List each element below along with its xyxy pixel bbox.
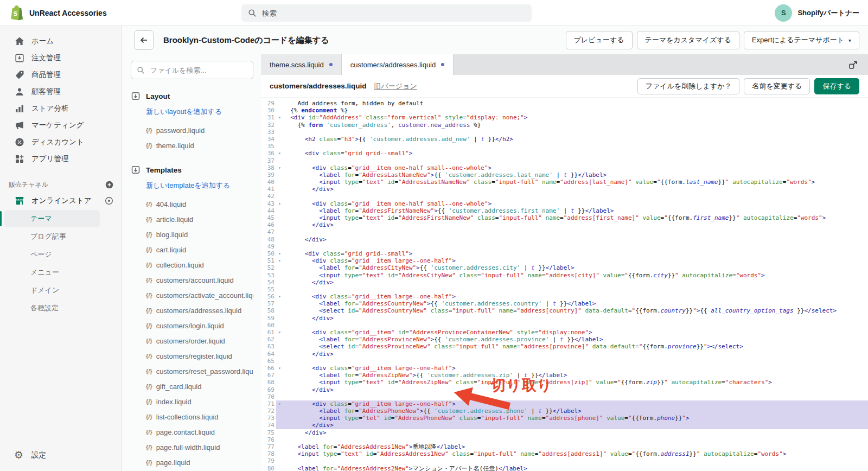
- folder-section-layout[interactable]: Layout: [131, 91, 253, 101]
- user-menu[interactable]: S Shopifyパートナー: [775, 4, 859, 22]
- old-version-link[interactable]: 旧バージョン: [374, 81, 417, 91]
- code-line[interactable]: 34 <h2 class="h3">{{ 'customer.addresses…: [261, 136, 868, 143]
- code-line[interactable]: 31▾ <div id="AddAddress" class="form-ver…: [261, 114, 868, 121]
- code-line[interactable]: 38▾ <div class="grid__item one-half smal…: [261, 164, 868, 171]
- code-line[interactable]: 40 <input type="text" id="AddressLastNam…: [261, 179, 868, 186]
- sidebar-item-orders[interactable]: 注文管理: [0, 49, 122, 66]
- file-item[interactable]: {/}customers/addresses.liquid: [131, 303, 253, 318]
- fold-caret-icon[interactable]: ▾: [276, 150, 283, 157]
- code-line[interactable]: 53 <input type="text" id="AddressCityNew…: [261, 272, 868, 279]
- fold-caret-icon[interactable]: ▾: [276, 200, 283, 207]
- code-line[interactable]: 57 <label for="AddressCountryNew">{{ 'cu…: [261, 300, 868, 307]
- code-line[interactable]: 55: [261, 286, 868, 293]
- file-item[interactable]: {/}customers/activate_account.liquid: [131, 288, 253, 303]
- code-line[interactable]: 37: [261, 157, 868, 164]
- code-line[interactable]: 60: [261, 322, 868, 329]
- code-line[interactable]: 51▾ <div class="grid__item large--one-ha…: [261, 257, 868, 264]
- sidebar-item-discounts[interactable]: ディスカウント: [0, 133, 122, 150]
- sidebar-item-home[interactable]: ホーム: [0, 33, 122, 49]
- code-line[interactable]: 29 Add address form, hidden by default: [261, 100, 868, 107]
- fold-caret-icon[interactable]: ▾: [276, 365, 283, 372]
- code-line[interactable]: 44 <label for="AddressFirstNameNew">{{ '…: [261, 207, 868, 214]
- code-line[interactable]: 79: [261, 457, 868, 464]
- file-item[interactable]: {/}customers/order.liquid: [131, 333, 253, 348]
- editor-tab[interactable]: customers/addresses.liquid: [342, 54, 454, 75]
- code-line[interactable]: 45 <input type="text" id="AddressFirstNa…: [261, 214, 868, 221]
- code-line[interactable]: 75 </div>: [261, 429, 868, 436]
- file-item[interactable]: {/}customers/register.liquid: [131, 348, 253, 364]
- editor-tab[interactable]: theme.scss.liquid: [261, 54, 342, 75]
- shopify-logo-icon[interactable]: S: [9, 5, 24, 21]
- code-line[interactable]: 33: [261, 129, 868, 136]
- code-line[interactable]: 74 </div>: [261, 422, 868, 429]
- fold-caret-icon[interactable]: ▾: [276, 400, 283, 408]
- fold-caret-icon[interactable]: ▾: [276, 250, 283, 257]
- fold-caret-icon[interactable]: ▾: [276, 257, 283, 264]
- code-line[interactable]: 63 <select id="AddressProvinceNew" class…: [261, 343, 868, 350]
- back-button[interactable]: [134, 30, 154, 50]
- code-line[interactable]: 42: [261, 193, 868, 200]
- code-line[interactable]: 59 </div>: [261, 315, 868, 322]
- sidebar-item-products[interactable]: 商品管理: [0, 66, 122, 83]
- file-item[interactable]: {/}theme.liquid: [131, 138, 253, 153]
- code-line[interactable]: 76: [261, 436, 868, 443]
- delete-file-button[interactable]: ファイルを削除しますか？: [637, 78, 740, 94]
- code-line[interactable]: 48 </div>: [261, 236, 868, 243]
- expand-editor-button[interactable]: [847, 59, 859, 71]
- sidebar-item-online-store[interactable]: オンラインストア: [0, 192, 122, 209]
- code-line[interactable]: 73 <input type="tel" id="AddressPhoneNew…: [261, 415, 868, 422]
- code-line[interactable]: 50▾ <div class="grid grid--small">: [261, 250, 868, 257]
- store-name[interactable]: UnReact Accessories: [29, 9, 107, 17]
- sidebar-item-marketing[interactable]: マーケティング: [0, 117, 122, 133]
- code-line[interactable]: 71▾ <div class="grid__item large--one-ha…: [261, 400, 868, 408]
- rename-file-button[interactable]: 名前を変更する: [744, 78, 810, 94]
- code-line[interactable]: 65: [261, 358, 868, 365]
- global-search-input[interactable]: [261, 9, 525, 18]
- sidebar-subitem-pages[interactable]: ページ: [4, 246, 100, 263]
- sidebar-subitem-menus[interactable]: メニュー: [4, 264, 100, 281]
- file-item[interactable]: {/}customers/reset_password.liquid: [131, 364, 253, 379]
- file-search[interactable]: [131, 61, 253, 79]
- code-line[interactable]: 64 </div>: [261, 351, 868, 358]
- code-line[interactable]: 62 <label for="AddressProvinceNew">{{ 'c…: [261, 336, 868, 343]
- file-item[interactable]: {/}404.liquid: [131, 196, 253, 212]
- code-line[interactable]: 80 <label for="AddressAddress2New">マンション…: [261, 465, 868, 471]
- code-line[interactable]: 30 {% endcomment %}: [261, 107, 868, 114]
- file-item[interactable]: {/}gift_card.liquid: [131, 379, 253, 394]
- code-line[interactable]: 61▾ <div class="grid__item" id="AddressP…: [261, 329, 868, 336]
- fold-caret-icon[interactable]: ▾: [276, 293, 283, 300]
- code-line[interactable]: 36▾ <div class="grid grid--small">: [261, 150, 868, 157]
- sidebar-subitem-blog-posts[interactable]: ブログ記事: [4, 228, 100, 245]
- fold-caret-icon[interactable]: ▾: [276, 329, 283, 336]
- fold-caret-icon[interactable]: ▾: [276, 164, 283, 171]
- sidebar-item-analytics[interactable]: ストア分析: [0, 100, 122, 117]
- code-line[interactable]: 52 <label for="AddressCityNew">{{ 'custo…: [261, 264, 868, 271]
- file-item[interactable]: {/}article.liquid: [131, 212, 253, 227]
- add-layout-link[interactable]: 新しいlayoutを追加する: [146, 107, 253, 117]
- preview-button[interactable]: プレビューする: [566, 31, 633, 49]
- sidebar-item-apps[interactable]: アプリ管理: [0, 150, 122, 167]
- save-button[interactable]: 保存する: [814, 78, 859, 94]
- file-item[interactable]: {/}password.liquid: [131, 123, 253, 138]
- sidebar-subitem-preferences[interactable]: 各種設定: [4, 300, 100, 317]
- file-item[interactable]: {/}blog.liquid: [131, 227, 253, 242]
- add-sales-channel-icon[interactable]: [105, 180, 114, 189]
- add-templates-link[interactable]: 新しいtemplateを追加する: [146, 181, 253, 190]
- code-line[interactable]: 78 <input type="text" id="AddressAddress…: [261, 450, 868, 457]
- code-line[interactable]: 70: [261, 393, 868, 400]
- file-item[interactable]: {/}page.contact.liquid: [131, 424, 253, 440]
- code-line[interactable]: 39 <label for="AddressLastNameNew">{{ 'c…: [261, 171, 868, 179]
- folder-section-templates[interactable]: Templates: [131, 165, 253, 175]
- code-line[interactable]: 43▾ <div class="grid__item one-half smal…: [261, 200, 868, 207]
- fold-caret-icon[interactable]: ▾: [276, 114, 283, 121]
- sidebar-subitem-themes[interactable]: テーマ: [4, 210, 100, 227]
- file-item[interactable]: {/}customers/account.liquid: [131, 272, 253, 288]
- file-item[interactable]: {/}page.full-width.liquid: [131, 440, 253, 455]
- code-line[interactable]: 58 <select id="AddressCountryNew" class=…: [261, 307, 868, 314]
- code-line[interactable]: 35: [261, 143, 868, 150]
- code-line[interactable]: 66▾ <div class="grid__item large--one-ha…: [261, 365, 868, 372]
- file-search-input[interactable]: [149, 66, 247, 75]
- file-item[interactable]: {/}index.liquid: [131, 394, 253, 409]
- code-line[interactable]: 46 </div>: [261, 221, 868, 228]
- file-item[interactable]: {/}cart.liquid: [131, 242, 253, 257]
